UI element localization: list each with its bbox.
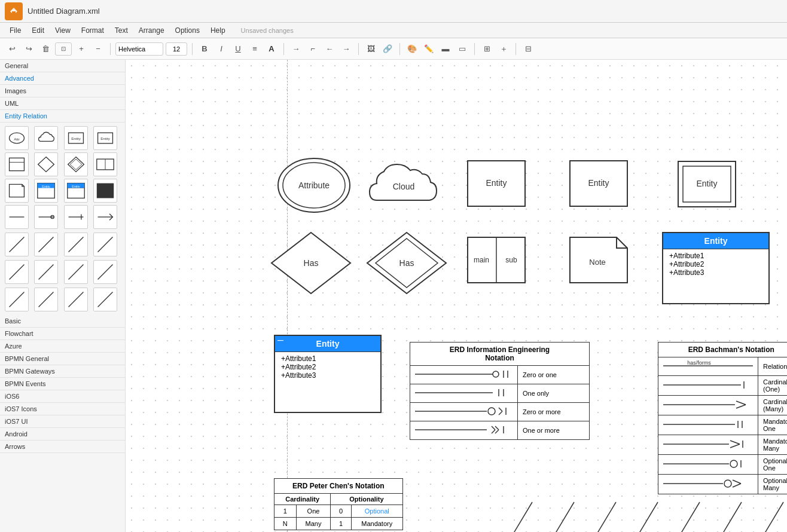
menu-format[interactable]: Format xyxy=(77,25,109,36)
sidebar-item-azure[interactable]: Azure xyxy=(0,340,125,353)
sidebar-item-android[interactable]: Android xyxy=(0,428,125,441)
italic-button[interactable]: I xyxy=(214,42,228,56)
link-button[interactable]: 🔗 xyxy=(380,42,395,56)
shape-has2-canvas[interactable]: Has xyxy=(365,230,449,296)
menu-arrange[interactable]: Arrange xyxy=(134,25,169,36)
sidebar-item-general[interactable]: General xyxy=(0,60,125,72)
zoom-out-button[interactable]: − xyxy=(91,42,105,56)
bold-button[interactable]: B xyxy=(197,42,212,56)
shape-split-entity[interactable] xyxy=(93,152,117,176)
blue-entity2-attr1: +Attribute1 xyxy=(281,354,374,363)
shape-entity2-canvas[interactable]: Entity xyxy=(566,151,632,216)
menu-help[interactable]: Help xyxy=(206,25,230,36)
shape-entity-plain[interactable]: Entity xyxy=(64,126,88,150)
toolbar-sep-5 xyxy=(399,43,400,55)
shape-line2[interactable] xyxy=(34,205,58,229)
shape-entity-text[interactable]: Entity xyxy=(93,126,117,150)
shape-blue-entity[interactable]: Entity xyxy=(34,179,58,203)
fit-button[interactable]: ⊡ xyxy=(55,42,72,56)
chen-row2-opt-num: 1 xyxy=(331,518,352,530)
fill-rect-button[interactable]: ▬ xyxy=(438,42,453,56)
shape-entity3-canvas[interactable]: Entity xyxy=(674,151,740,217)
shape-diag-line10[interactable] xyxy=(34,288,58,311)
shape-diag-line7[interactable] xyxy=(64,260,88,284)
shape-line4[interactable] xyxy=(93,205,117,229)
shape-diamond1[interactable] xyxy=(34,152,58,176)
shape-cloud[interactable] xyxy=(34,126,58,150)
stroke-rect-button[interactable]: ▭ xyxy=(455,42,469,56)
shape-diag-line9[interactable] xyxy=(5,288,29,311)
svg-line-33 xyxy=(10,265,25,280)
blue-entity-left[interactable]: — Entity +Attribute1 +Attribute2 +Attrib… xyxy=(274,335,382,413)
chen-row2-card-label: Many xyxy=(296,518,331,530)
sidebar-item-advanced[interactable]: Advanced xyxy=(0,72,125,85)
menu-file[interactable]: File xyxy=(5,25,26,36)
sidebar-item-bpmn-gateways[interactable]: BPMN Gateways xyxy=(0,365,125,378)
arrow-forward-button[interactable]: → xyxy=(339,42,353,56)
svg-text:Entity: Entity xyxy=(42,185,51,188)
panel-button[interactable]: ⊟ xyxy=(521,42,535,56)
image-button[interactable]: 🖼 xyxy=(364,42,378,56)
sidebar-item-bpmn-general[interactable]: BPMN General xyxy=(0,353,125,365)
shape-line3[interactable] xyxy=(64,205,88,229)
shape-diamond2[interactable] xyxy=(64,152,88,176)
menu-edit[interactable]: Edit xyxy=(27,25,49,36)
sidebar-item-entity-relation[interactable]: Entity Relation xyxy=(0,110,125,123)
line-shapes-2 xyxy=(0,260,125,288)
shape-diag-line5[interactable] xyxy=(5,260,29,284)
sidebar-item-images[interactable]: Images xyxy=(0,85,125,97)
shape-dark-entity[interactable] xyxy=(93,179,117,203)
shape-diag-line1[interactable] xyxy=(5,233,29,256)
underline-button[interactable]: U xyxy=(231,42,245,56)
delete-button[interactable]: 🗑 xyxy=(38,42,53,56)
shape-entity-table[interactable] xyxy=(5,152,29,176)
shape-has1-canvas[interactable]: Has xyxy=(269,230,353,296)
menu-options[interactable]: Options xyxy=(170,25,205,36)
fill-color-button[interactable]: 🎨 xyxy=(405,42,419,56)
sidebar-item-bpmn-events[interactable]: BPMN Events xyxy=(0,378,125,390)
arrow-right-button[interactable]: → xyxy=(289,42,303,56)
shape-diag-line2[interactable] xyxy=(34,233,58,256)
undo-button[interactable]: ↩ xyxy=(5,42,19,56)
sidebar-item-ios7icons[interactable]: iOS7 Icons xyxy=(0,403,125,415)
shape-attribute[interactable]: Attr xyxy=(5,126,29,150)
diagonal-lines-area xyxy=(496,484,787,532)
shape-diag-line4[interactable] xyxy=(93,233,117,256)
line-color-button[interactable]: ✏️ xyxy=(422,42,436,56)
shape-blue-entity2[interactable]: Entity xyxy=(64,179,88,203)
add-button[interactable]: ＋ xyxy=(496,42,511,56)
svg-line-108 xyxy=(622,502,658,532)
font-name-input[interactable] xyxy=(115,42,163,56)
shape-diag-line11[interactable] xyxy=(64,288,88,311)
sidebar-item-uml[interactable]: UML xyxy=(0,97,125,110)
shape-line1[interactable] xyxy=(5,205,29,229)
shape-diag-line12[interactable] xyxy=(93,288,117,311)
shape-diag-line6[interactable] xyxy=(34,260,58,284)
shape-cloud-canvas[interactable]: Cloud xyxy=(365,152,443,218)
grid-button[interactable]: ⊞ xyxy=(480,42,494,56)
menu-text[interactable]: Text xyxy=(110,25,133,36)
sidebar-item-arrows[interactable]: Arrows xyxy=(0,441,125,453)
canvas[interactable]: Attribute Cloud Entity xyxy=(126,60,787,532)
sidebar-item-basic[interactable]: Basic xyxy=(0,315,125,328)
arrow-back-button[interactable]: ← xyxy=(322,42,337,56)
sidebar-item-ios7ui[interactable]: iOS7 UI xyxy=(0,415,125,428)
shape-split-canvas[interactable]: main sub xyxy=(463,230,529,290)
menu-view[interactable]: View xyxy=(50,25,75,36)
font-size-input[interactable] xyxy=(166,42,187,56)
shape-attribute-canvas[interactable]: Attribute xyxy=(272,152,356,218)
shape-note[interactable] xyxy=(5,179,29,203)
sidebar-item-flowchart[interactable]: Flowchart xyxy=(0,328,125,340)
sidebar-item-ios6[interactable]: iOS6 xyxy=(0,390,125,403)
connector-button[interactable]: ⌐ xyxy=(306,42,320,56)
align-left-button[interactable]: ≡ xyxy=(248,42,262,56)
shape-note-canvas[interactable]: Note xyxy=(566,230,632,290)
blue-entity-right[interactable]: Entity +Attribute1 +Attribute2 +Attribut… xyxy=(662,232,770,304)
redo-button[interactable]: ↪ xyxy=(22,42,36,56)
shape-diag-line8[interactable] xyxy=(93,260,117,284)
shape-diag-line3[interactable] xyxy=(64,233,88,256)
unsaved-indicator: Unsaved changes xyxy=(241,27,294,34)
zoom-in-button[interactable]: + xyxy=(74,42,89,56)
font-color-button[interactable]: A xyxy=(264,42,279,56)
shape-entity1-canvas[interactable]: Entity xyxy=(463,151,529,216)
